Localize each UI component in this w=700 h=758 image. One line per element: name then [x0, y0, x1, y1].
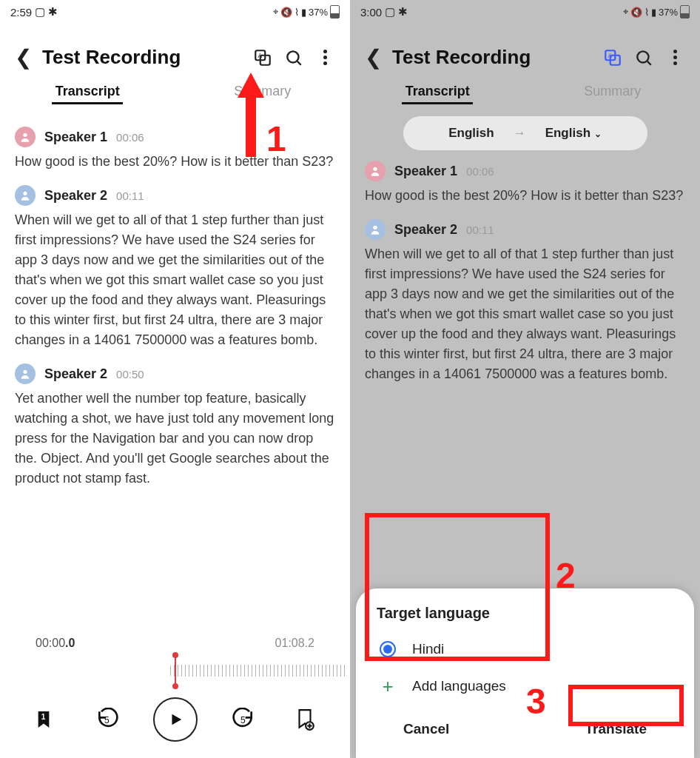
tab-transcript[interactable]: Transcript	[0, 79, 175, 109]
back-button[interactable]: ❮	[15, 47, 32, 68]
avatar	[15, 127, 36, 147]
transcript-list: Speaker 1 00:06 How good is the best 20%…	[350, 161, 700, 384]
add-bookmark-button[interactable]	[289, 704, 320, 735]
bulb-icon: ✱	[398, 5, 408, 19]
bookmark-badge: 1	[41, 713, 46, 721]
screenshot-left: 2:59 ▢ ✱ ⌖ 🔇 ⌇ ▮ 37% ❮ Test Recording A	[0, 0, 350, 758]
option-add-label: Add languages	[412, 678, 506, 694]
svg-text:A: A	[258, 52, 263, 59]
wifi-icon: ⌇	[645, 7, 649, 18]
time-dec: .0	[65, 637, 75, 649]
svg-point-6	[23, 192, 27, 195]
gallery-icon: ▢	[385, 5, 395, 19]
translate-button[interactable]: Translate	[572, 717, 660, 742]
target-language-sheet: Target language Hindi + Add languages Ca…	[356, 588, 694, 758]
signal-icon: ▮	[651, 7, 656, 18]
tabs: Transcript Summary	[0, 75, 350, 116]
page-title: Test Recording	[42, 46, 181, 69]
speaker-row: Speaker 2 00:50	[15, 363, 335, 384]
speaker-row: Speaker 2 00:11	[15, 185, 335, 206]
tab-transcript[interactable]: Transcript	[350, 79, 525, 109]
playhead[interactable]	[175, 654, 176, 687]
avatar	[15, 185, 36, 206]
translate-icon[interactable]: A	[602, 47, 623, 68]
chevron-down-icon: ⌄	[594, 129, 602, 139]
svg-point-5	[23, 133, 27, 137]
bulb-icon: ✱	[48, 5, 58, 19]
waveform[interactable]	[7, 654, 343, 687]
player-bar: 00:00.0 01:08.2 1 5 5	[0, 626, 350, 758]
avatar	[15, 363, 36, 384]
tab-summary[interactable]: Summary	[175, 79, 351, 109]
search-icon[interactable]	[283, 47, 304, 68]
utterance-text[interactable]: When will we get to all of that 1 step f…	[365, 244, 685, 384]
utterance-text[interactable]: How good is the best 20%? How is it bett…	[15, 152, 335, 172]
speaker-name: Speaker 2	[44, 366, 107, 382]
search-icon[interactable]	[633, 47, 654, 68]
time-whole: 00:00	[36, 637, 65, 649]
speaker-row: Speaker 2 00:11	[365, 219, 685, 240]
speaker-name: Speaker 1	[394, 164, 457, 179]
bluetooth-icon: ⌖	[623, 6, 628, 18]
speaker-name: Speaker 1	[44, 130, 107, 145]
tab-summary-label: Summary	[234, 84, 291, 98]
svg-point-16	[637, 51, 648, 62]
speaker-name: Speaker 2	[394, 222, 457, 238]
speaker-name: Speaker 2	[44, 188, 107, 204]
speaker-time: 00:06	[116, 131, 144, 144]
more-menu-icon[interactable]	[664, 47, 685, 68]
utterance-text[interactable]: Yet another well the number top feature,…	[15, 389, 335, 489]
sheet-title: Target language	[377, 605, 673, 622]
battery-pct: 37%	[309, 7, 328, 18]
option-hindi-label: Hindi	[412, 641, 444, 657]
battery-icon	[330, 5, 340, 19]
avatar	[365, 161, 386, 181]
status-time: 2:59	[10, 6, 32, 19]
wifi-icon: ⌇	[295, 7, 299, 18]
gallery-icon: ▢	[35, 5, 45, 19]
arrow-right-icon: →	[514, 126, 526, 141]
screenshot-right: 3:00 ▢ ✱ ⌖ 🔇 ⌇ ▮ 37% ❮ Test Recording A	[350, 0, 700, 758]
option-add-languages[interactable]: + Add languages	[377, 668, 673, 705]
mute-icon: 🔇	[630, 7, 642, 18]
bookmark-button[interactable]: 1	[30, 704, 61, 735]
utterance-text[interactable]: How good is the best 20%? How is it bett…	[365, 186, 685, 206]
svg-text:5: 5	[240, 715, 246, 725]
speaker-time: 00:50	[116, 368, 144, 380]
cancel-button[interactable]: Cancel	[390, 717, 462, 742]
status-bar: 3:00 ▢ ✱ ⌖ 🔇 ⌇ ▮ 37%	[350, 0, 700, 24]
back-button[interactable]: ❮	[365, 47, 382, 68]
translate-icon[interactable]: A	[252, 47, 273, 68]
tab-summary-label: Summary	[584, 84, 641, 98]
lang-from: English	[448, 126, 494, 141]
rewind-5-button[interactable]: 5	[92, 704, 123, 735]
battery-icon	[680, 5, 690, 19]
status-time: 3:00	[360, 6, 382, 19]
svg-text:A: A	[608, 52, 613, 59]
svg-line-4	[297, 61, 301, 64]
language-selector[interactable]: English → English ⌄	[403, 116, 647, 150]
mute-icon: 🔇	[280, 7, 292, 18]
page-title: Test Recording	[392, 46, 531, 69]
tab-summary[interactable]: Summary	[525, 79, 701, 109]
more-menu-icon[interactable]	[314, 47, 335, 68]
radio-selected-icon	[380, 641, 396, 657]
utterance-text[interactable]: When will we get to all of that 1 step f…	[15, 210, 335, 350]
svg-point-7	[23, 370, 27, 374]
forward-5-button[interactable]: 5	[228, 704, 259, 735]
svg-point-19	[373, 226, 377, 229]
speaker-time: 00:11	[116, 190, 144, 202]
playback-current-time: 00:00.0	[36, 637, 75, 650]
bluetooth-icon: ⌖	[273, 6, 278, 18]
tabs: Transcript Summary	[350, 75, 700, 116]
header: ❮ Test Recording A	[350, 24, 700, 75]
playback-total-time: 01:08.2	[275, 637, 314, 650]
speaker-row: Speaker 1 00:06	[365, 161, 685, 181]
svg-point-3	[287, 51, 298, 62]
play-button[interactable]	[153, 697, 198, 742]
svg-text:5: 5	[104, 715, 110, 725]
speaker-row: Speaker 1 00:06	[15, 127, 335, 147]
signal-icon: ▮	[301, 7, 306, 18]
option-hindi[interactable]: Hindi	[377, 631, 673, 668]
header: ❮ Test Recording A	[0, 24, 350, 75]
